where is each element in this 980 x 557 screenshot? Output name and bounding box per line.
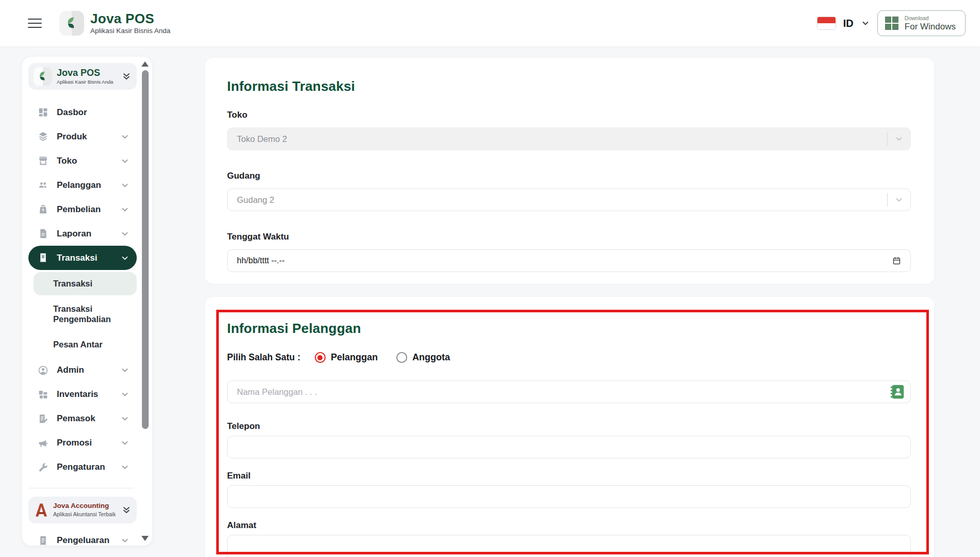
chevron-down-icon: [120, 156, 130, 166]
store-label: Toko: [227, 110, 911, 120]
chevron-down-icon: [120, 365, 130, 375]
calendar-icon[interactable]: [892, 256, 901, 265]
sidebar-item-laporan[interactable]: Laporan: [28, 221, 137, 246]
due-date-input[interactable]: hh/bb/tttt --.--: [227, 249, 911, 272]
sidebar-item-label: Admin: [57, 365, 84, 375]
top-bar: Jova POS Aplikasi Kasir Bisnis Anda ID D…: [0, 0, 980, 46]
sidebar-item-toko[interactable]: Toko: [28, 149, 137, 173]
sidebar-item-label: Pembelian: [57, 204, 101, 215]
sidebar-item-produk[interactable]: Produk: [28, 124, 137, 149]
brand-logo: Jova POS Aplikasi Kasir Bisnis Anda: [59, 11, 170, 36]
chevron-down-icon: [120, 181, 130, 190]
transaction-info-title: Informasi Transaksi: [227, 78, 911, 94]
store-select[interactable]: Toko Demo 2: [227, 128, 911, 150]
choose-one-label: Pilih Salah Satu :: [227, 352, 300, 363]
email-input[interactable]: [227, 485, 911, 508]
chevron-down-icon: [120, 536, 130, 545]
sidebar-brand-card[interactable]: Jova POS Aplikasi Kasir Bisnis Anda: [28, 63, 137, 90]
sidebar-item-pengaturan[interactable]: Pengaturan: [28, 455, 137, 480]
language-selector[interactable]: ID: [843, 18, 854, 29]
chevron-down-icon: [120, 229, 130, 238]
main-content: Informasi Transaksi Toko Toko Demo 2 Gud…: [205, 58, 934, 557]
accounting-name: Jova Accounting: [53, 502, 116, 510]
sidebar-item-inventaris[interactable]: Inventaris: [28, 383, 137, 407]
jova-accounting-logo-icon: [34, 502, 49, 518]
promotion-icon: [38, 438, 49, 449]
hamburger-menu-icon[interactable]: [28, 15, 42, 30]
chevron-down-icon: [120, 132, 130, 141]
sidebar-subitem-transaksi[interactable]: Transaksi: [34, 272, 137, 295]
sidebar-item-label: Inventaris: [57, 389, 98, 400]
chevron-down-icon: [120, 414, 130, 423]
sidebar-menu-secondary: Pengeluaran: [28, 529, 137, 553]
sidebar-divider: [29, 488, 134, 488]
scrollbar-down-arrow[interactable]: [141, 536, 149, 541]
sidebar-subitem-transaksi-pengembalian[interactable]: Transaksi Pengembalian: [34, 297, 137, 331]
sidebar-item-transaksi[interactable]: Transaksi: [28, 246, 137, 270]
address-input[interactable]: [227, 535, 911, 557]
sidebar-brand-tagline: Aplikasi Kasir Bisnis Anda: [57, 79, 113, 85]
radio-selected-icon[interactable]: [315, 352, 326, 363]
sidebar-menu: DasborProdukTokoPelangganPembelianLapora…: [28, 100, 137, 480]
scrollbar-up-arrow[interactable]: [141, 61, 149, 67]
customer-info-card: Informasi Pelanggan Pilih Salah Satu : P…: [205, 297, 934, 557]
double-chevron-down-icon[interactable]: [121, 71, 132, 82]
chevron-down-icon: [888, 134, 910, 144]
chevron-down-icon: [120, 463, 130, 472]
store-select-value: Toko Demo 2: [237, 134, 287, 144]
sidebar-item-label: Pengeluaran: [57, 535, 109, 546]
phone-input[interactable]: [227, 436, 911, 458]
chevron-down-icon[interactable]: [861, 19, 870, 28]
download-platform-label: For Windows: [905, 22, 956, 32]
download-label: Download: [905, 15, 956, 21]
sidebar-item-label: Laporan: [57, 229, 91, 239]
chevron-down-icon: [120, 390, 130, 399]
sidebar-item-dasbor[interactable]: Dasbor: [28, 100, 137, 124]
brand-name: Jova POS: [90, 12, 170, 26]
radio-anggota[interactable]: Anggota: [396, 352, 450, 363]
customer-name-input[interactable]: [227, 380, 911, 403]
sidebar-item-label: Produk: [57, 132, 87, 142]
radio-pelanggan[interactable]: Pelanggan: [315, 352, 378, 363]
expense-icon: [38, 535, 49, 546]
sidebar-item-promosi[interactable]: Promosi: [28, 431, 137, 455]
download-windows-button[interactable]: Download For Windows: [877, 10, 966, 36]
customers-icon: [38, 180, 49, 190]
sidebar-item-label: Promosi: [57, 438, 92, 448]
sidebar-item-label: Dasbor: [57, 107, 87, 118]
chevron-down-icon: [120, 253, 130, 263]
report-icon: [38, 228, 49, 239]
store-icon: [38, 155, 49, 166]
sidebar-item-label: Toko: [57, 156, 77, 166]
contact-book-icon[interactable]: [889, 384, 905, 400]
transaction-icon: [38, 252, 49, 263]
radio-unselected-icon[interactable]: [396, 352, 407, 363]
sidebar-item-pelanggan[interactable]: Pelanggan: [28, 173, 137, 197]
due-date-label: Tenggat Waktu: [227, 232, 911, 242]
sidebar-subitem-label: Transaksi: [53, 279, 92, 288]
accounting-tagline: Aplikasi Akuntansi Terbaik: [53, 511, 116, 517]
inventory-icon: [38, 389, 49, 400]
sidebar-item-pemasok[interactable]: Pemasok: [28, 407, 137, 431]
warehouse-select[interactable]: Gudang 2: [227, 188, 911, 211]
sidebar-item-admin[interactable]: Admin: [28, 358, 137, 383]
email-label: Email: [227, 471, 911, 481]
sidebar-item-label: Pelanggan: [57, 180, 101, 190]
sidebar-scrollbar[interactable]: [142, 70, 149, 429]
sidebar-item-pembelian[interactable]: Pembelian: [28, 197, 137, 221]
supplier-icon: [38, 413, 49, 424]
app-page: Jova POS Aplikasi Kasir Bisnis Anda ID D…: [0, 0, 980, 557]
sidebar-subitem-pesan-antar[interactable]: Pesan Antar: [34, 333, 137, 356]
sidebar-subitem-label: Pesan Antar: [53, 340, 103, 349]
jova-accounting-card[interactable]: Jova Accounting Aplikasi Akuntansi Terba…: [28, 497, 137, 523]
admin-icon: [38, 365, 49, 376]
due-date-placeholder: hh/bb/tttt --.--: [237, 256, 284, 265]
sidebar-subitem-label: Transaksi Pengembalian: [53, 304, 111, 324]
warehouse-select-value: Gudang 2: [237, 195, 274, 205]
double-chevron-down-icon[interactable]: [121, 505, 132, 515]
warehouse-label: Gudang: [227, 171, 911, 181]
settings-icon: [38, 462, 49, 473]
sidebar-item-pengeluaran[interactable]: Pengeluaran: [28, 529, 137, 553]
jova-pos-leaf-icon: [59, 11, 84, 36]
windows-logo-icon: [885, 17, 898, 30]
